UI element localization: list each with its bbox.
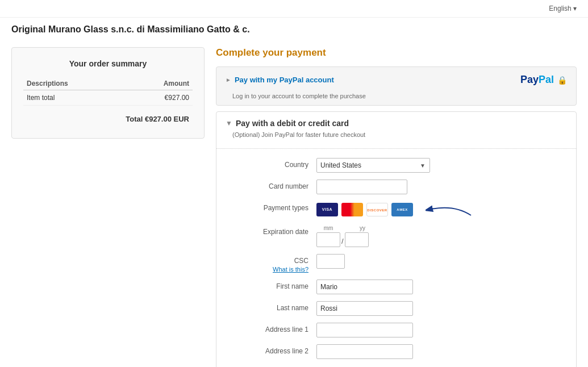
card-number-row: Card number bbox=[226, 180, 567, 194]
yy-label: yy bbox=[351, 225, 374, 231]
card-subtext: (Optional) Join PayPal for faster future… bbox=[216, 130, 576, 145]
paypal-logo-area: PayPal 🔒 bbox=[520, 74, 567, 86]
address2-label: Address line 2 bbox=[226, 344, 316, 355]
paypal-link[interactable]: Pay with my PayPal account bbox=[235, 76, 334, 84]
last-name-label: Last name bbox=[226, 301, 316, 312]
card-section: ▼ Pay with a debit or credit card (Optio… bbox=[216, 111, 577, 367]
payment-types-icons: VISA DISCOVER AMEX bbox=[316, 201, 567, 218]
arrow-pointer-decoration bbox=[426, 201, 482, 218]
address2-input[interactable] bbox=[316, 344, 413, 359]
mm-label: mm bbox=[316, 225, 340, 231]
paypal-header[interactable]: ► Pay with my PayPal account PayPal 🔒 bbox=[216, 67, 576, 93]
order-summary-panel: Your order summary Descriptions Amount I… bbox=[11, 47, 205, 139]
csc-input[interactable] bbox=[316, 254, 345, 269]
language-label: English bbox=[549, 5, 571, 12]
paypal-section: ► Pay with my PayPal account PayPal 🔒 Lo… bbox=[216, 66, 577, 106]
item-value: €927.00 bbox=[124, 90, 193, 106]
table-row: Item total €927.00 bbox=[23, 90, 193, 106]
expiry-labels: mm yy bbox=[316, 225, 567, 231]
address1-input[interactable] bbox=[316, 323, 413, 337]
first-name-control bbox=[316, 280, 567, 294]
expiry-year-input[interactable] bbox=[345, 232, 369, 247]
paypal-logo: PayPal bbox=[520, 74, 554, 86]
expiry-row: Expiration date mm yy / bbox=[226, 225, 567, 247]
payment-types-row: Payment types VISA DISCOVER AMEX bbox=[226, 201, 567, 218]
col-descriptions: Descriptions bbox=[23, 77, 124, 90]
order-total: Total €927.00 EUR bbox=[23, 111, 193, 127]
csc-help-link[interactable]: What is this? bbox=[226, 266, 308, 273]
item-label: Item total bbox=[23, 90, 124, 106]
card-number-label: Card number bbox=[226, 180, 316, 190]
country-select-wrapper: United States United Kingdom Canada Aust… bbox=[316, 158, 430, 173]
paypal-header-left: ► Pay with my PayPal account bbox=[226, 76, 334, 84]
last-name-row: Last name bbox=[226, 301, 567, 316]
amex-icon: AMEX bbox=[391, 203, 413, 216]
last-name-input[interactable] bbox=[316, 301, 413, 316]
visa-icon: VISA bbox=[316, 203, 338, 216]
expiry-inputs: / bbox=[316, 232, 567, 247]
first-name-label: First name bbox=[226, 280, 316, 290]
mastercard-icon bbox=[341, 203, 363, 216]
card-section-title: Pay with a debit or credit card bbox=[236, 119, 349, 128]
col-amount: Amount bbox=[124, 77, 193, 90]
page-title: Original Murano Glass s.n.c. di Massimil… bbox=[11, 24, 577, 35]
divider bbox=[216, 148, 576, 149]
last-name-control bbox=[316, 301, 567, 316]
card-header: ▼ Pay with a debit or credit card bbox=[216, 112, 576, 130]
card-number-input[interactable] bbox=[316, 180, 407, 194]
language-selector[interactable]: English ▾ bbox=[549, 5, 577, 12]
country-label: Country bbox=[226, 158, 316, 169]
country-select[interactable]: United States United Kingdom Canada Aust… bbox=[316, 158, 430, 173]
expiry-month-input[interactable] bbox=[316, 232, 340, 247]
top-bar: English ▾ bbox=[0, 0, 588, 18]
address1-label: Address line 1 bbox=[226, 323, 316, 333]
address2-row: Address line 2 bbox=[226, 344, 567, 359]
discover-icon: DISCOVER bbox=[366, 203, 388, 216]
paypal-subtext: Log in to your account to complete the p… bbox=[216, 93, 576, 105]
address1-row: Address line 1 bbox=[226, 323, 567, 337]
first-name-input[interactable] bbox=[316, 280, 413, 294]
paypal-collapse-arrow: ► bbox=[226, 77, 231, 83]
expiry-control: mm yy / bbox=[316, 225, 567, 247]
language-chevron: ▾ bbox=[573, 5, 577, 12]
csc-control bbox=[316, 254, 567, 269]
address2-control bbox=[316, 344, 567, 359]
main-layout: Your order summary Descriptions Amount I… bbox=[0, 41, 588, 367]
csc-label: CSC What is this? bbox=[226, 254, 316, 273]
expiry-slash: / bbox=[340, 237, 345, 245]
card-number-control bbox=[316, 180, 567, 194]
payment-title: Complete your payment bbox=[216, 47, 577, 59]
first-name-row: First name bbox=[226, 280, 567, 294]
country-row: Country United States United Kingdom Can… bbox=[226, 158, 567, 173]
payment-types-label: Payment types bbox=[226, 201, 316, 212]
page-header: Original Murano Glass s.n.c. di Massimil… bbox=[0, 18, 588, 41]
address1-control bbox=[316, 323, 567, 337]
csc-label-text: CSC bbox=[226, 257, 308, 265]
order-summary-title: Your order summary bbox=[23, 59, 193, 68]
card-expand-arrow: ▼ bbox=[226, 119, 232, 127]
order-table: Descriptions Amount Item total €927.00 bbox=[23, 77, 193, 106]
payment-types-control: VISA DISCOVER AMEX bbox=[316, 201, 567, 218]
payment-panel: Complete your payment ► Pay with my PayP… bbox=[216, 47, 577, 367]
country-control: United States United Kingdom Canada Aust… bbox=[316, 158, 567, 173]
expiry-label: Expiration date bbox=[226, 225, 316, 236]
csc-row: CSC What is this? bbox=[226, 254, 567, 273]
lock-icon: 🔒 bbox=[557, 76, 567, 85]
card-form: Country United States United Kingdom Can… bbox=[216, 152, 576, 367]
